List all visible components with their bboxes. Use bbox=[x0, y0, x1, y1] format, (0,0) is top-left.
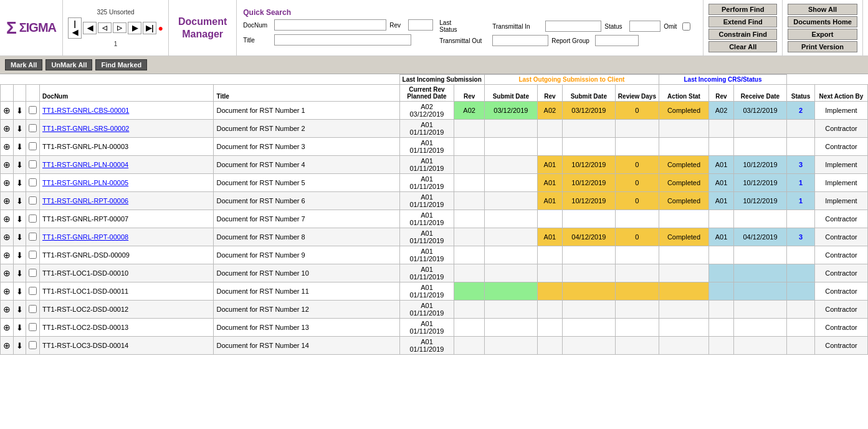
nav-next-small-button[interactable]: ▷ bbox=[113, 22, 126, 33]
docnum-link[interactable]: TT1-RST-GNRL-SRS-00002 bbox=[42, 125, 129, 132]
docnum-link[interactable]: TT1-RST-GNRL-PLN-00005 bbox=[42, 179, 128, 186]
docnum-cell[interactable]: TT1-RST-GNRL-CBS-00001 bbox=[40, 102, 214, 120]
action-icon-cell[interactable]: ⬇ bbox=[14, 174, 26, 192]
download-icon[interactable]: ⬇ bbox=[16, 106, 23, 115]
action-icon-cell[interactable]: ⬇ bbox=[14, 301, 26, 319]
add-icon[interactable]: ⊕ bbox=[3, 286, 11, 296]
add-icon[interactable]: ⊕ bbox=[3, 178, 11, 188]
add-icon-cell[interactable]: ⊕ bbox=[1, 156, 14, 174]
clear-all-button[interactable]: Clear All bbox=[708, 41, 777, 52]
add-icon[interactable]: ⊕ bbox=[3, 322, 11, 332]
add-icon-cell[interactable]: ⊕ bbox=[1, 337, 14, 355]
row-checkbox[interactable] bbox=[29, 269, 37, 277]
title-input[interactable] bbox=[274, 34, 411, 46]
nav-stop-button[interactable]: ● bbox=[158, 23, 163, 33]
checkbox-cell[interactable] bbox=[26, 192, 40, 210]
download-icon[interactable]: ⬇ bbox=[16, 233, 23, 242]
omit-checkbox[interactable] bbox=[682, 22, 690, 31]
download-icon[interactable]: ⬇ bbox=[16, 305, 23, 314]
nav-prev-button[interactable]: ◀ bbox=[83, 22, 97, 34]
mark-all-button[interactable]: Mark All bbox=[5, 59, 42, 70]
download-icon[interactable]: ⬇ bbox=[16, 251, 23, 260]
row-checkbox[interactable] bbox=[29, 106, 37, 114]
docnum-link[interactable]: TT1-RST-GNRL-RPT-00008 bbox=[42, 233, 128, 241]
row-checkbox[interactable] bbox=[29, 233, 37, 241]
checkbox-cell[interactable] bbox=[26, 246, 40, 264]
action-icon-cell[interactable]: ⬇ bbox=[14, 156, 26, 174]
docnum-link[interactable]: TT1-RST-GNRL-CBS-00001 bbox=[42, 107, 129, 114]
add-icon-cell[interactable]: ⊕ bbox=[1, 282, 14, 301]
checkbox-cell[interactable] bbox=[26, 264, 40, 282]
docnum-cell[interactable]: TT1-RST-GNRL-SRS-00002 bbox=[40, 120, 214, 138]
transmittal-out-input[interactable] bbox=[492, 35, 548, 46]
docnum-cell[interactable]: TT1-RST-GNRL-PLN-00004 bbox=[40, 156, 214, 174]
add-icon-cell[interactable]: ⊕ bbox=[1, 192, 14, 210]
row-checkbox[interactable] bbox=[29, 178, 37, 186]
checkbox-cell[interactable] bbox=[26, 102, 40, 120]
add-icon-cell[interactable]: ⊕ bbox=[1, 102, 14, 120]
row-checkbox[interactable] bbox=[29, 287, 37, 295]
print-version-button[interactable]: Print Version bbox=[788, 41, 857, 52]
row-checkbox[interactable] bbox=[29, 251, 37, 259]
checkbox-cell[interactable] bbox=[26, 210, 40, 228]
download-icon[interactable]: ⬇ bbox=[16, 287, 23, 296]
add-icon[interactable]: ⊕ bbox=[3, 304, 11, 314]
download-icon[interactable]: ⬇ bbox=[16, 178, 23, 188]
download-icon[interactable]: ⬇ bbox=[16, 341, 23, 350]
action-icon-cell[interactable]: ⬇ bbox=[14, 228, 26, 246]
unmark-all-button[interactable]: UnMark All bbox=[45, 59, 92, 70]
docnum-link[interactable]: TT1-RST-GNRL-PLN-00004 bbox=[42, 161, 128, 168]
checkbox-cell[interactable] bbox=[26, 174, 40, 192]
add-icon-cell[interactable]: ⊕ bbox=[1, 264, 14, 282]
nav-first-button[interactable]: |◀ bbox=[68, 17, 82, 39]
add-icon-cell[interactable]: ⊕ bbox=[1, 228, 14, 246]
row-checkbox[interactable] bbox=[29, 214, 37, 223]
add-icon-cell[interactable]: ⊕ bbox=[1, 120, 14, 138]
action-icon-cell[interactable]: ⬇ bbox=[14, 337, 26, 355]
download-icon[interactable]: ⬇ bbox=[16, 142, 23, 152]
action-icon-cell[interactable]: ⬇ bbox=[14, 138, 26, 156]
download-icon[interactable]: ⬇ bbox=[16, 214, 23, 224]
action-icon-cell[interactable]: ⬇ bbox=[14, 102, 26, 120]
row-checkbox[interactable] bbox=[29, 305, 37, 313]
checkbox-cell[interactable] bbox=[26, 156, 40, 174]
add-icon[interactable]: ⊕ bbox=[3, 142, 11, 152]
download-icon[interactable]: ⬇ bbox=[16, 323, 23, 332]
add-icon-cell[interactable]: ⊕ bbox=[1, 138, 14, 156]
docnum-input[interactable] bbox=[274, 19, 386, 31]
action-icon-cell[interactable]: ⬇ bbox=[14, 282, 26, 301]
add-icon-cell[interactable]: ⊕ bbox=[1, 174, 14, 192]
action-icon-cell[interactable]: ⬇ bbox=[14, 120, 26, 138]
extend-find-button[interactable]: Extend Find bbox=[708, 16, 777, 27]
constrain-find-button[interactable]: Constrain Find bbox=[708, 29, 777, 40]
row-checkbox[interactable] bbox=[29, 323, 37, 331]
action-icon-cell[interactable]: ⬇ bbox=[14, 246, 26, 264]
report-group-input[interactable] bbox=[595, 35, 639, 46]
checkbox-cell[interactable] bbox=[26, 228, 40, 246]
perform-find-button[interactable]: Perform Find bbox=[708, 4, 777, 15]
checkbox-cell[interactable] bbox=[26, 337, 40, 355]
add-icon[interactable]: ⊕ bbox=[3, 160, 11, 170]
add-icon[interactable]: ⊕ bbox=[3, 214, 11, 224]
download-icon[interactable]: ⬇ bbox=[16, 196, 23, 206]
add-icon-cell[interactable]: ⊕ bbox=[1, 246, 14, 264]
docnum-link[interactable]: TT1-RST-GNRL-RPT-00006 bbox=[42, 197, 128, 205]
action-icon-cell[interactable]: ⬇ bbox=[14, 210, 26, 228]
add-icon[interactable]: ⊕ bbox=[3, 268, 11, 278]
download-icon[interactable]: ⬇ bbox=[16, 124, 23, 133]
action-icon-cell[interactable]: ⬇ bbox=[14, 319, 26, 337]
download-icon[interactable]: ⬇ bbox=[16, 269, 23, 278]
documents-home-button[interactable]: Documents Home bbox=[788, 16, 857, 27]
add-icon[interactable]: ⊕ bbox=[3, 250, 11, 260]
row-checkbox[interactable] bbox=[29, 124, 37, 132]
nav-next-button[interactable]: ▶ bbox=[128, 22, 141, 34]
action-icon-cell[interactable]: ⬇ bbox=[14, 264, 26, 282]
checkbox-cell[interactable] bbox=[26, 319, 40, 337]
add-icon[interactable]: ⊕ bbox=[3, 123, 11, 133]
add-icon[interactable]: ⊕ bbox=[3, 340, 11, 350]
docnum-cell[interactable]: TT1-RST-GNRL-RPT-00006 bbox=[40, 192, 214, 210]
row-checkbox[interactable] bbox=[29, 196, 37, 205]
add-icon[interactable]: ⊕ bbox=[3, 232, 11, 242]
find-marked-button[interactable]: Find Marked bbox=[95, 59, 147, 70]
checkbox-cell[interactable] bbox=[26, 301, 40, 319]
